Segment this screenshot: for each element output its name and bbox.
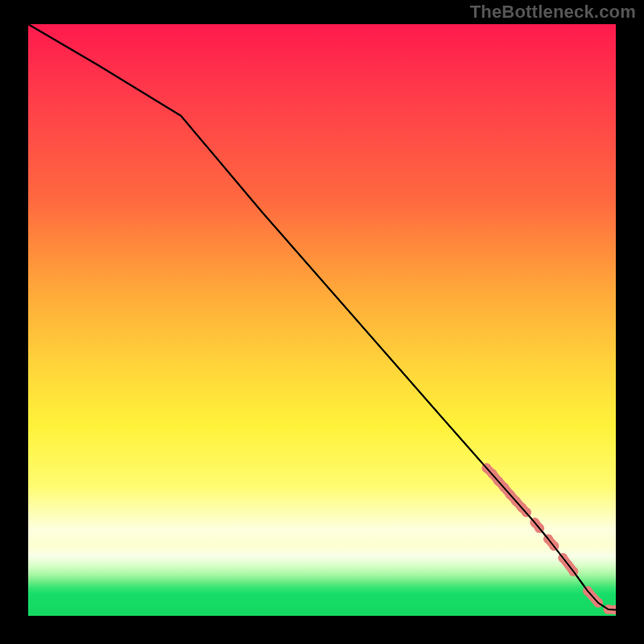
chart-frame: TheBottleneck.com — [0, 0, 644, 644]
bottleneck-curve-top — [28, 24, 616, 610]
plot-overlay — [28, 24, 616, 616]
watermark-text: TheBottleneck.com — [470, 2, 636, 23]
bottleneck-curve — [28, 24, 616, 610]
